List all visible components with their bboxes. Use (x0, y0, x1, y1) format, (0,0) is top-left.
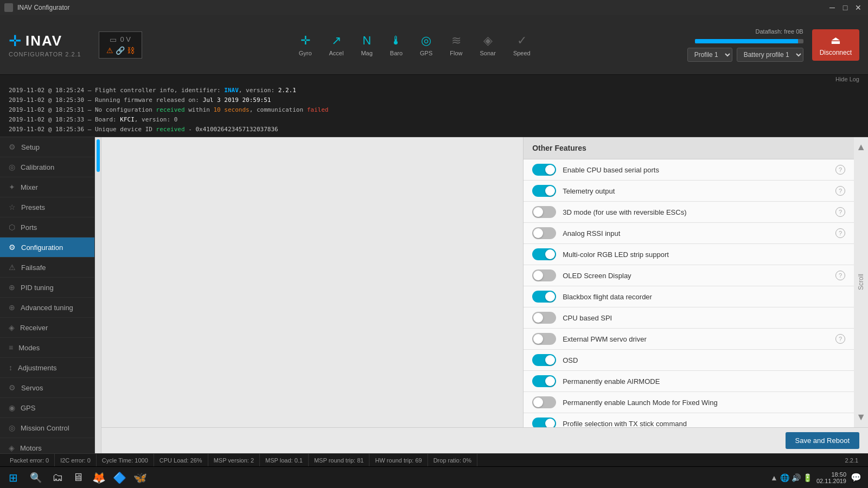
log-line: 2019-11-02 @ 18:25:36 — Unique device ID… (9, 125, 859, 134)
nav-sonar-label: Sonar (480, 50, 496, 56)
sidebar-icon: ⚙ (9, 243, 16, 252)
sidebar-icon: ⊕ (9, 303, 15, 312)
log-line: 2019-11-02 @ 18:25:33 — Board: KFCI, ver… (9, 115, 859, 125)
toggle-cpu-based-spi[interactable] (532, 312, 556, 324)
help-icon[interactable]: ? (835, 165, 845, 175)
titlebar: INAV Configurator ─ □ ✕ (0, 0, 868, 15)
toggle-3d-mode-(for-use-with-reversib[interactable] (532, 206, 556, 218)
toggle-permanently-enable-launch-mode[interactable] (532, 396, 556, 408)
status-item: CPU Load: 26% (154, 454, 208, 466)
sidebar-item-motors[interactable]: ◈Motors (0, 438, 94, 453)
scroll-up-arrow[interactable]: ▲ (856, 142, 866, 153)
taskbar-app-2[interactable]: 🦊 (89, 468, 108, 487)
nav-icon-flow[interactable]: ≋Flow (443, 30, 469, 60)
disconnect-button[interactable]: ⏏ Disconnect (812, 29, 859, 61)
sidebar-label: Calibration (21, 163, 54, 171)
nav-accel-icon: ↗ (331, 34, 341, 48)
sidebar-item-ports[interactable]: ⬡Ports (0, 217, 94, 237)
maximize-button[interactable]: □ (840, 2, 851, 13)
header: ✛ INAV CONFIGURATOR 2.2.1 ▭ 0 V ⚠ 🔗 ⛓ ✛G… (0, 15, 868, 75)
toggle-osd[interactable] (532, 354, 556, 366)
taskbar-app-3[interactable]: 🔷 (110, 468, 129, 487)
feature-row: Permanently enable AIRMODE (524, 371, 854, 392)
sidebar-item-mixer[interactable]: ✦Mixer (0, 177, 94, 197)
scroll-down-arrow[interactable]: ▼ (856, 412, 866, 423)
save-reboot-button[interactable]: Save and Reboot (786, 432, 859, 449)
sidebar-label: Ports (21, 223, 37, 232)
nav-icon-accel[interactable]: ↗Accel (323, 30, 350, 60)
sidebar-item-calibration[interactable]: ◎Calibration (0, 157, 94, 177)
help-icon[interactable]: ? (835, 271, 845, 280)
nav-gps-icon: ◎ (421, 34, 431, 48)
feature-label: External PWM servo driver (563, 335, 829, 343)
help-icon[interactable]: ? (835, 207, 845, 217)
tray-icon-volume[interactable]: 🔊 (792, 473, 801, 482)
nav-flow-icon: ≋ (451, 34, 461, 48)
sidebar-item-gps[interactable]: ◉GPS (0, 398, 94, 418)
tray-icon-1[interactable]: ▲ (770, 473, 778, 482)
sidebar-item-receiver[interactable]: ◈Receiver (0, 318, 94, 338)
hide-log-button[interactable]: Hide Log (835, 76, 859, 82)
close-button[interactable]: ✕ (853, 2, 864, 13)
sidebar-item-mission-control[interactable]: ◎Mission Control (0, 418, 94, 438)
bottom-bar: Save and Reboot (101, 427, 868, 453)
nav-gps-label: GPS (420, 50, 432, 56)
help-icon[interactable]: ? (835, 334, 845, 344)
toggle-multi-color-rgb-led-strip-supp[interactable] (532, 248, 556, 260)
feature-label: OLED Screen Display (563, 272, 829, 280)
toggle-external-pwm-servo-driver[interactable] (532, 333, 556, 345)
sidebar-label: GPS (21, 404, 35, 412)
sidebar-item-pid-tuning[interactable]: ⊕PID tuning (0, 278, 94, 298)
statusbar: Packet error: 0I2C error: 0Cycle Time: 1… (0, 453, 868, 466)
disconnect-icon: ⏏ (831, 34, 841, 47)
sidebar-label: PID tuning (21, 284, 54, 292)
feature-label: CPU based SPI (563, 314, 845, 322)
nav-icon-baro[interactable]: 🌡Baro (384, 30, 409, 60)
taskbar-app-0[interactable]: 🗂 (48, 468, 67, 487)
nav-icon-speed[interactable]: ✓Speed (507, 30, 537, 60)
nav-icon-gps[interactable]: ◎GPS (413, 30, 439, 60)
feature-label: Profile selection with TX stick command (563, 420, 845, 428)
taskbar-app-4[interactable]: 🦋 (130, 468, 150, 487)
minimize-button[interactable]: ─ (827, 2, 838, 13)
taskbar-app-icon-0: 🗂 (52, 471, 63, 484)
toggle-thumb (533, 207, 543, 217)
toggle-analog-rssi-input[interactable] (532, 227, 556, 239)
sidebar-item-configuration[interactable]: ⚙Configuration (0, 237, 94, 258)
tray-icon-battery[interactable]: 🔋 (803, 473, 812, 482)
sidebar-item-advanced-tuning[interactable]: ⊕Advanced tuning (0, 298, 94, 318)
taskbar-app-1[interactable]: 🖥 (68, 468, 88, 487)
start-button[interactable]: ⊞ (2, 468, 24, 487)
toggle-oled-screen-display[interactable] (532, 269, 556, 281)
search-button[interactable]: 🔍 (26, 468, 46, 487)
nav-gyro-label: Gyro (299, 50, 312, 56)
nav-icon-gyro[interactable]: ✛Gyro (292, 30, 318, 60)
nav-icon-mag[interactable]: NMag (354, 30, 379, 60)
sidebar-item-adjustments[interactable]: ↕Adjustments (0, 358, 94, 378)
battery-profile-select[interactable]: Battery profile 1 Battery profile 2 (737, 48, 803, 62)
sidebar-icon: ◎ (9, 423, 15, 432)
nav-speed-label: Speed (513, 50, 531, 56)
sidebar-item-presets[interactable]: ☆Presets (0, 197, 94, 217)
sidebar-item-modes[interactable]: ≡Modes (0, 338, 94, 358)
notification-icon[interactable]: 💬 (851, 472, 861, 483)
toggle-permanently-enable-airmode[interactable] (532, 375, 556, 387)
nav-icon-sonar[interactable]: ◈Sonar (474, 30, 502, 60)
profile-select[interactable]: Profile 1 Profile 2 Profile 3 (687, 48, 732, 62)
tray-icon-network[interactable]: 🌐 (780, 473, 789, 482)
sidebar-item-setup[interactable]: ⚙Setup (0, 137, 94, 157)
taskbar-clock: 18:50 02.11.2019 (816, 471, 846, 484)
toggle-enable-cpu-based-serial-ports[interactable] (532, 164, 556, 176)
nav-accel-label: Accel (329, 50, 344, 56)
sidebar-item-servos[interactable]: ⚙Servos (0, 378, 94, 398)
toggle-telemetry-output[interactable] (532, 185, 556, 197)
warning-icon: ⚠ (106, 46, 113, 55)
toggle-profile-selection-with-tx-stic[interactable] (532, 418, 556, 427)
content-left (101, 137, 523, 427)
feature-row: OSD (524, 350, 854, 371)
help-icon[interactable]: ? (835, 186, 845, 196)
sidebar-label: Failsafe (21, 264, 46, 272)
help-icon[interactable]: ? (835, 228, 845, 238)
sidebar-item-failsafe[interactable]: ⚠Failsafe (0, 258, 94, 278)
toggle-blackbox-flight-data-recorder[interactable] (532, 291, 556, 303)
